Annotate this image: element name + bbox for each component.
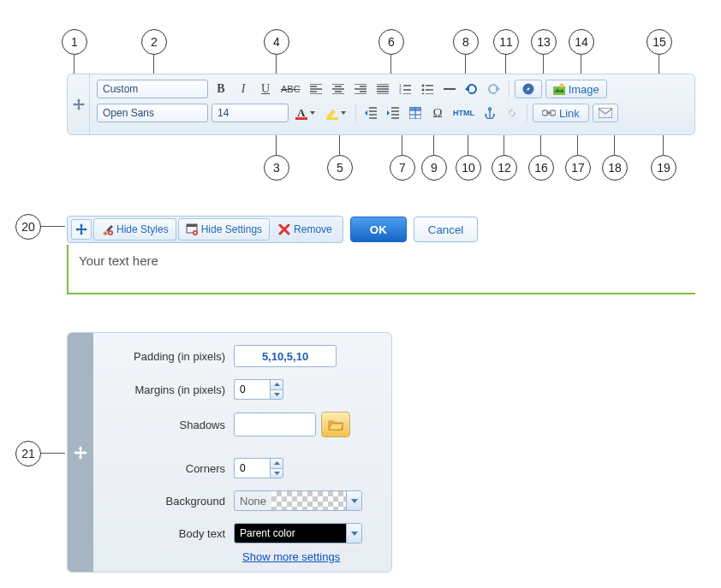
italic-button[interactable]: I	[234, 80, 253, 98]
corners-spinner[interactable]	[234, 458, 283, 478]
line	[276, 135, 277, 156]
outdent-button[interactable]	[361, 104, 380, 122]
brush-icon	[101, 223, 113, 235]
image-icon	[553, 83, 565, 95]
callout-11: 11	[493, 29, 519, 55]
callout-21: 21	[15, 441, 41, 466]
line	[663, 135, 664, 156]
indent-button[interactable]	[384, 104, 402, 122]
flash-button[interactable]	[515, 80, 542, 98]
align-left-button[interactable]	[307, 80, 325, 98]
toolbar-row-1: B I U ABC 123 Image	[97, 80, 688, 98]
svg-point-4	[421, 89, 424, 92]
background-select[interactable]: None	[234, 490, 362, 511]
chevron-down-icon[interactable]	[308, 111, 317, 115]
line	[543, 55, 544, 74]
padding-input[interactable]: 5,10,5,10	[234, 345, 337, 367]
remove-button[interactable]: Remove	[271, 218, 339, 241]
style-select[interactable]	[97, 80, 208, 98]
show-more-settings-link[interactable]: Show more settings	[242, 550, 340, 563]
line	[153, 55, 154, 74]
move-icon[interactable]	[71, 219, 92, 240]
unlink-button[interactable]	[503, 104, 521, 122]
svg-point-15	[489, 108, 492, 110]
line	[658, 55, 659, 74]
callout-3: 3	[264, 155, 289, 181]
svg-rect-14	[409, 107, 421, 110]
bold-button[interactable]: B	[212, 80, 230, 98]
cancel-button[interactable]: Cancel	[414, 217, 479, 242]
line	[614, 135, 615, 156]
bodytext-select[interactable]: Parent color	[234, 523, 362, 543]
move-icon[interactable]	[68, 74, 90, 134]
transparent-swatch	[271, 491, 346, 510]
underline-button[interactable]: U	[256, 80, 275, 98]
link-label: Link	[559, 107, 580, 120]
image-button[interactable]: Image	[545, 80, 607, 98]
spinner-down-icon[interactable]	[270, 468, 283, 479]
background-label: Background	[105, 495, 234, 508]
size-input[interactable]	[212, 104, 289, 122]
bodytext-value: Parent color	[235, 524, 346, 543]
strikethrough-button[interactable]: ABC	[278, 80, 303, 98]
align-right-button[interactable]	[351, 80, 370, 98]
undo-button[interactable]	[462, 80, 481, 98]
spinner-up-icon[interactable]	[270, 458, 283, 468]
hide-settings-button[interactable]: Hide Settings	[178, 218, 270, 241]
callout-12: 12	[492, 155, 517, 181]
highlight-color-button[interactable]	[323, 104, 350, 122]
shadows-label: Shadows	[105, 419, 234, 431]
shadows-row: Shadows	[105, 412, 379, 437]
background-value: None	[235, 495, 271, 508]
spinner-down-icon[interactable]	[270, 389, 283, 401]
link-icon	[542, 109, 556, 117]
text-edit-area[interactable]: Your text here	[67, 245, 695, 294]
table-button[interactable]	[406, 104, 425, 122]
settings-panel: Padding (in pixels) 5,10,5,10 Margins (i…	[67, 332, 392, 573]
special-char-button[interactable]: Ω	[428, 104, 447, 122]
spinner-up-icon[interactable]	[270, 379, 283, 389]
line	[41, 226, 65, 227]
envelope-icon	[599, 108, 612, 118]
align-justify-button[interactable]	[373, 80, 392, 98]
style-input[interactable]	[98, 80, 208, 98]
anchor-button[interactable]	[480, 104, 499, 122]
svg-text:A: A	[297, 106, 306, 119]
email-button[interactable]	[593, 104, 618, 122]
margins-spinner[interactable]	[234, 379, 283, 400]
size-select[interactable]	[212, 104, 289, 122]
callout-14: 14	[569, 29, 594, 55]
ordered-list-button[interactable]: 123	[396, 80, 414, 98]
redo-button[interactable]	[485, 80, 504, 98]
callout-1: 1	[62, 29, 87, 55]
line	[465, 55, 466, 74]
corners-input[interactable]	[234, 458, 270, 478]
shadows-input[interactable]	[234, 413, 316, 437]
ok-button[interactable]: OK	[350, 217, 407, 242]
callout-15: 15	[647, 29, 672, 55]
font-input[interactable]	[98, 104, 208, 122]
font-color-button[interactable]: A	[292, 104, 319, 122]
align-center-button[interactable]	[329, 80, 348, 98]
link-button[interactable]: Link	[533, 104, 589, 122]
chevron-down-icon[interactable]	[346, 491, 361, 510]
svg-rect-8	[553, 86, 565, 95]
hide-styles-button[interactable]: Hide Styles	[93, 218, 176, 241]
remove-label: Remove	[294, 223, 332, 235]
callout-10: 10	[456, 155, 481, 181]
element-toolbar: Hide Styles Hide Settings Remove OK Canc…	[67, 216, 478, 243]
line	[433, 135, 434, 156]
corners-label: Corners	[105, 462, 234, 475]
browse-button[interactable]	[321, 412, 350, 437]
font-select[interactable]	[97, 104, 208, 122]
html-button[interactable]: HTML	[450, 104, 477, 122]
chevron-down-icon[interactable]	[346, 524, 361, 543]
chevron-down-icon[interactable]	[339, 111, 348, 115]
horizontal-rule-button[interactable]	[440, 80, 459, 98]
move-icon[interactable]	[68, 333, 93, 572]
margins-input[interactable]	[234, 379, 270, 400]
callout-9: 9	[421, 155, 447, 181]
svg-text:1: 1	[399, 84, 402, 88]
unordered-list-button[interactable]	[418, 80, 437, 98]
svg-point-5	[421, 93, 424, 95]
